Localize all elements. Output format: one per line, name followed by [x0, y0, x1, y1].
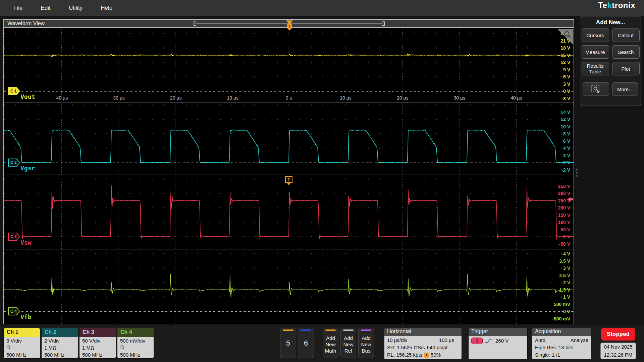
overview-right-bracket[interactable] — [382, 21, 385, 26]
add-new-plot-button[interactable]: Plot — [612, 62, 640, 75]
oscilloscope-app: FileEditUtilityHelp Tektronix Waveform V… — [0, 0, 644, 362]
date-text: 04 Nov 2025 — [601, 343, 636, 351]
divider — [319, 328, 319, 359]
waveform-view-window: Waveform View T 24 V21 V18 V15 V12 V9 V6… — [3, 19, 574, 324]
channel-settings-box-ch4[interactable]: Ch 4500 mV/div500 MHz — [117, 328, 154, 359]
channel-name-label-vfb: Vfb — [20, 313, 32, 320]
channel-name-label-vgsr: Vgsr — [20, 165, 35, 172]
channel-settings-box-ch3[interactable]: Ch 350 V/div1 MΩ500 MHz — [79, 328, 116, 359]
add-new-search-button[interactable]: Search — [612, 45, 640, 59]
graticule-area[interactable]: 24 V21 V18 V15 V12 V9 V6 V3 V0 V-3 VC 1V… — [4, 28, 574, 324]
trigger-level: 260 V — [495, 337, 508, 345]
sample-rate: SR: 1.5625 GS/s — [387, 344, 425, 351]
coupling-impedance: 1 MΩ — [82, 345, 94, 351]
trigger-position-icon: T — [424, 353, 429, 358]
acquisition-mode: Auto, — [535, 337, 547, 344]
trace-vout — [4, 54, 574, 56]
logo-k-accent: k — [607, 1, 612, 10]
menu-bar: FileEditUtilityHelp Tektronix — [0, 0, 644, 16]
add-new-ref-button[interactable]: AddNewRef — [340, 328, 356, 358]
channel-6-button[interactable]: 6 — [298, 328, 314, 358]
add-new-cursors-button[interactable]: Cursors — [582, 28, 609, 42]
channel-name-label-vsw: Vsw — [20, 239, 32, 246]
bandwidth: 500 MHz — [82, 351, 113, 358]
channel-box-title: Ch 2 — [42, 328, 78, 337]
channel-settings-box-ch1[interactable]: Ch 13 V/div500 MHz — [3, 328, 40, 359]
vertical-scale: 500 mV/div — [120, 337, 151, 344]
sample-resolution: 640 ps/pt — [427, 344, 448, 351]
trace-vgsr — [4, 130, 574, 163]
panel-splitter-handle[interactable] — [576, 169, 578, 177]
waveform-view-titlebar: Waveform View T — [4, 20, 574, 28]
bandwidth: 500 MHz — [44, 351, 75, 358]
menu-item-help[interactable]: Help — [96, 3, 117, 13]
add-new-callout-button[interactable]: Callout — [612, 28, 640, 42]
rising-edge-icon — [485, 338, 493, 344]
menu-item-file[interactable]: File — [9, 3, 27, 13]
add-new-results-table-button[interactable]: Results Table — [582, 62, 609, 75]
trace-vfb — [4, 274, 574, 296]
overview-left-bracket[interactable] — [194, 21, 196, 26]
add-new-title: Add New... — [583, 19, 638, 26]
probe-icon — [120, 345, 125, 350]
channel-box-title: Ch 1 — [4, 328, 40, 337]
trace-vsw — [4, 186, 574, 239]
waveform-view-title: Waveform View — [7, 20, 45, 26]
horizontal-scale: 10 µs/div — [387, 337, 407, 344]
trigger-source-badge: 3 — [471, 338, 483, 344]
horizontal-panel[interactable]: Horizontal 10 µs/div100 µs SR: 1.5625 GS… — [384, 328, 462, 359]
acquisition-panel[interactable]: Acquisition Auto,Analyze High Res: 13 bi… — [532, 328, 591, 359]
trigger-title: Trigger — [469, 328, 527, 336]
acquisition-analyze: Analyze — [571, 337, 588, 344]
vertical-scale: 2 V/div — [44, 337, 75, 344]
add-new-measure-button[interactable]: Measure — [582, 45, 609, 59]
acquisition-title: Acquisition — [532, 328, 591, 336]
divider — [596, 328, 596, 359]
trigger-panel[interactable]: Trigger 3 260 V — [468, 328, 528, 359]
more-button[interactable]: More... — [612, 82, 638, 96]
trigger-t-marker[interactable]: T — [285, 176, 292, 185]
record-length: RL: 156.25 kpts — [387, 351, 422, 359]
run-stop-status-button[interactable]: Stopped — [601, 328, 635, 341]
channel-name-label-vout: Vout — [20, 93, 35, 100]
channel-5-button[interactable]: 5 — [280, 328, 296, 358]
add-new-panel: Add New... CursorsCalloutMeasureSearchRe… — [580, 16, 641, 106]
zoom-select-button[interactable] — [583, 82, 609, 96]
acquisition-highres: High Res: 13 bits — [535, 344, 573, 351]
channel-box-title: Ch 3 — [79, 328, 116, 337]
tektronix-logo: Tektronix — [598, 1, 635, 10]
add-new-math-button[interactable]: AddNewMath — [323, 328, 338, 358]
add-new-bus-button[interactable]: AddNewBus — [358, 328, 374, 358]
channel-settings-box-ch2[interactable]: Ch 22 V/div1 MΩ500 MHz — [41, 328, 78, 359]
channel-separator — [4, 103, 574, 103]
acquisition-single: Single: 1 /1 — [535, 351, 560, 359]
menu-item-utility[interactable]: Utility — [64, 3, 88, 13]
time-text: 12:32:26 PM — [601, 351, 636, 359]
vertical-scale: 3 V/div — [6, 337, 37, 344]
menu-item-edit[interactable]: Edit — [36, 3, 55, 13]
channel-separator — [4, 175, 574, 175]
horizontal-position: 50% — [431, 351, 441, 359]
panel-divider — [584, 79, 637, 79]
datetime-display: 04 Nov 2025 12:32:26 PM — [600, 343, 636, 359]
horizontal-title: Horizontal — [384, 328, 462, 336]
coupling-impedance: 1 MΩ — [44, 345, 56, 351]
bandwidth: 500 MHz — [120, 351, 151, 358]
vertical-scale: 50 V/div — [82, 337, 113, 344]
channel-separator — [4, 249, 574, 249]
bandwidth: 500 MHz — [6, 351, 37, 358]
probe-icon — [6, 345, 12, 350]
bottom-settings-bar: Ch 13 V/div500 MHzCh 22 V/div1 MΩ500 MHz… — [0, 325, 644, 362]
zoom-select-icon — [591, 85, 601, 93]
channel-box-title: Ch 4 — [117, 328, 154, 337]
horizontal-span: 100 µs — [439, 337, 454, 344]
